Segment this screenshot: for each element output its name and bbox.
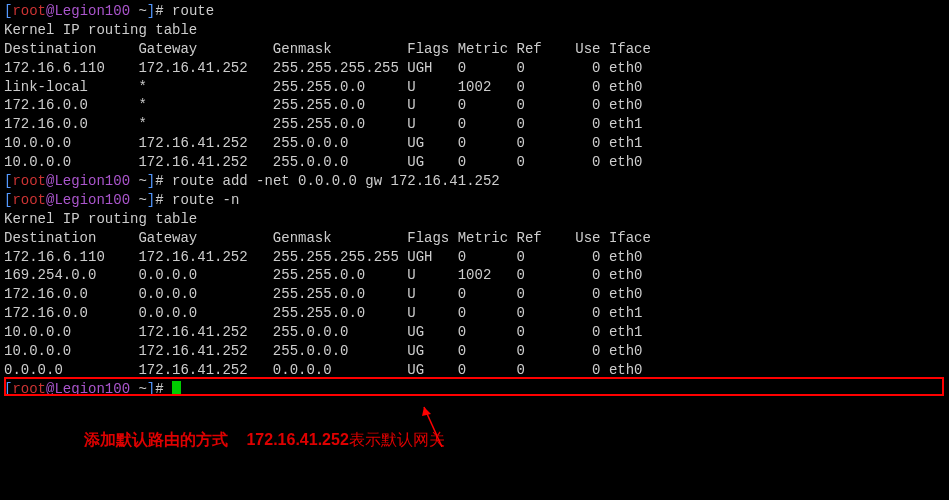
prompt-line-3[interactable]: [root@Legion100 ~]# route -n: [4, 191, 945, 210]
prompt-line-2[interactable]: [root@Legion100 ~]# route add -net 0.0.0…: [4, 172, 945, 191]
prompt-line-1[interactable]: [root@Legion100 ~]# route: [4, 2, 945, 21]
user: root: [12, 3, 46, 19]
bracket-close: ]: [147, 3, 155, 19]
table-row: 0.0.0.0 172.16.41.252 0.0.0.0 UG 0 0 0 e…: [4, 361, 945, 380]
annotation-ip: 172.16.41.252: [246, 431, 348, 448]
table-row: 10.0.0.0 172.16.41.252 255.0.0.0 UG 0 0 …: [4, 134, 945, 153]
table-row: 10.0.0.0 172.16.41.252 255.0.0.0 UG 0 0 …: [4, 153, 945, 172]
table-row: 172.16.0.0 0.0.0.0 255.255.0.0 U 0 0 0 e…: [4, 304, 945, 323]
command-text: route add -net 0.0.0.0 gw 172.16.41.252: [172, 173, 500, 189]
svg-marker-1: [422, 407, 431, 416]
cursor-icon: [172, 381, 181, 395]
table-columns: Destination Gateway Genmask Flags Metric…: [4, 40, 945, 59]
command-text: route -n: [172, 192, 239, 208]
table-columns: Destination Gateway Genmask Flags Metric…: [4, 229, 945, 248]
table-row: 169.254.0.0 0.0.0.0 255.255.0.0 U 1002 0…: [4, 266, 945, 285]
host: Legion100: [54, 3, 130, 19]
table-row: 10.0.0.0 172.16.41.252 255.0.0.0 UG 0 0 …: [4, 342, 945, 361]
table-header-text: Kernel IP routing table: [4, 21, 945, 40]
table-header-text: Kernel IP routing table: [4, 210, 945, 229]
annotation-right: 表示默认网关: [349, 431, 445, 448]
annotation-text: 添加默认路由的方式 172.16.41.252表示默认网关: [4, 429, 945, 451]
table-row: 172.16.0.0 * 255.255.0.0 U 0 0 0 eth0: [4, 96, 945, 115]
command-text: route: [172, 3, 214, 19]
table-row: 172.16.6.110 172.16.41.252 255.255.255.2…: [4, 248, 945, 267]
path: ~: [130, 3, 147, 19]
prompt-sym: #: [155, 3, 172, 19]
table-row: 10.0.0.0 172.16.41.252 255.0.0.0 UG 0 0 …: [4, 323, 945, 342]
table-row: link-local * 255.255.0.0 U 1002 0 0 eth0: [4, 78, 945, 97]
annotation-left: 添加默认路由的方式: [84, 431, 228, 448]
table-row: 172.16.0.0 * 255.255.0.0 U 0 0 0 eth1: [4, 115, 945, 134]
table-row: 172.16.0.0 0.0.0.0 255.255.0.0 U 0 0 0 e…: [4, 285, 945, 304]
table-row: 172.16.6.110 172.16.41.252 255.255.255.2…: [4, 59, 945, 78]
prompt-line-cursor[interactable]: [root@Legion100 ~]#: [4, 380, 945, 399]
